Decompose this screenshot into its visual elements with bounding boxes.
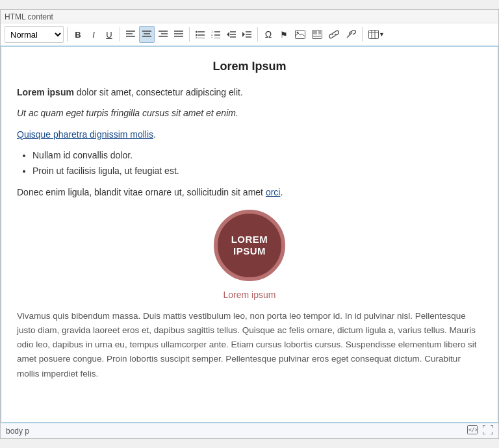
bold-button[interactable]: B: [71, 26, 85, 43]
link-quisque[interactable]: Quisque pharetra dignissim mollis: [17, 129, 153, 140]
format-select[interactable]: Normal Heading 1 Heading 2 Heading 3 Par…: [5, 26, 64, 43]
list-item-1: Nullam id convallis dolor.: [32, 148, 482, 162]
paragraph-link: Quisque pharetra dignissim mollis.: [17, 127, 482, 142]
editor-label: HTML content: [1, 10, 498, 23]
statusbar-actions: </>: [467, 425, 493, 436]
paragraph-1: Lorem ipsum dolor sit amet, consectetur …: [17, 85, 482, 99]
align-justify-button[interactable]: [172, 26, 186, 43]
svg-rect-37: [313, 36, 321, 37]
list-item-2: Proin ut facilisis ligula, ut feugiat es…: [32, 164, 482, 178]
paragraph-2: Ut ac quam eget turpis fringilla cursus …: [17, 106, 482, 120]
toolbar-divider-4: [257, 27, 258, 42]
link-button[interactable]: [326, 26, 342, 43]
toolbar-divider-5: [362, 27, 363, 42]
para3-post: .: [280, 187, 283, 197]
bullet-list-button[interactable]: [193, 26, 207, 43]
svg-text:3.: 3.: [211, 36, 213, 38]
align-left-button[interactable]: [123, 26, 138, 43]
content-list: Nullam id convallis dolor. Proin ut faci…: [32, 148, 482, 179]
fullscreen-icon[interactable]: [483, 425, 493, 436]
toolbar: Normal Heading 1 Heading 2 Heading 3 Par…: [1, 23, 498, 46]
embed-button[interactable]: [309, 26, 325, 43]
italic-button[interactable]: I: [86, 26, 101, 43]
image-button[interactable]: [292, 26, 308, 43]
outdent-button[interactable]: [224, 26, 238, 43]
source-icon[interactable]: </>: [467, 425, 478, 436]
indent-button[interactable]: [240, 26, 254, 43]
para3-pre: Donec enim ligula, blandit vitae ornare …: [17, 187, 266, 197]
lorem-circle: LOREM IPSUM: [214, 210, 285, 281]
svg-point-14: [196, 34, 198, 36]
numbered-list-button[interactable]: 1.2.3.: [209, 26, 223, 43]
image-block: LOREM IPSUM: [17, 210, 482, 281]
align-right-button[interactable]: [156, 26, 170, 43]
svg-marker-24: [227, 32, 229, 37]
toolbar-divider-2: [120, 27, 120, 42]
svg-marker-28: [242, 32, 245, 37]
flag-button[interactable]: ⚑: [277, 26, 291, 43]
toolbar-divider-1: [67, 27, 68, 42]
svg-point-12: [196, 31, 198, 33]
circle-text: LOREM IPSUM: [231, 234, 268, 257]
svg-rect-35: [313, 31, 317, 34]
para1-bold: Lorem ipsum: [17, 87, 74, 97]
unlink-button[interactable]: [343, 26, 359, 43]
svg-rect-39: [369, 31, 379, 39]
editor-wrapper: HTML content Normal Heading 1 Heading 2 …: [0, 9, 499, 439]
image-caption: Lorem ipsum: [17, 288, 482, 302]
statusbar-path: body p: [6, 427, 29, 436]
statusbar: body p </>: [1, 423, 498, 438]
para1-rest: dolor sit amet, consectetur adipiscing e…: [74, 87, 243, 97]
svg-text:</>: </>: [468, 427, 478, 433]
link-orci[interactable]: orci: [266, 187, 281, 197]
underline-button[interactable]: U: [102, 26, 116, 43]
table-button[interactable]: ▼: [366, 26, 387, 43]
toolbar-divider-3: [189, 27, 190, 42]
content-title: Lorem Ipsum: [17, 57, 482, 76]
align-center-button[interactable]: [139, 26, 155, 43]
editor-content[interactable]: Lorem Ipsum Lorem ipsum dolor sit amet, …: [1, 46, 498, 423]
svg-rect-36: [318, 31, 321, 34]
paragraph-bottom: Vivamus quis bibendum massa. Duis mattis…: [17, 309, 482, 381]
path-label: body p: [6, 427, 29, 436]
paragraph-3: Donec enim ligula, blandit vitae ornare …: [17, 185, 482, 199]
svg-point-16: [196, 38, 198, 39]
special-chars-button[interactable]: Ω: [261, 26, 275, 43]
